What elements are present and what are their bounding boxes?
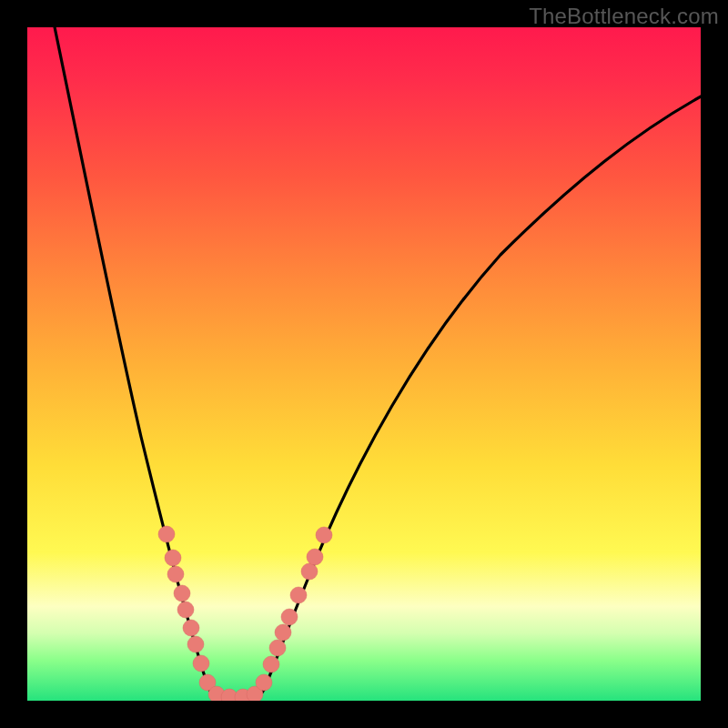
svg-point-15 bbox=[269, 640, 286, 656]
watermark-text: TheBottleneck.com bbox=[529, 4, 719, 29]
svg-point-13 bbox=[256, 674, 272, 691]
svg-point-20 bbox=[307, 549, 323, 565]
svg-point-16 bbox=[275, 624, 291, 641]
svg-point-6 bbox=[187, 636, 204, 652]
bottleneck-curve-layer bbox=[27, 27, 701, 701]
chart-container: TheBottleneck.com bbox=[0, 0, 728, 728]
svg-point-18 bbox=[290, 587, 307, 603]
svg-point-14 bbox=[263, 656, 279, 672]
bottleneck-curve bbox=[53, 27, 701, 699]
svg-point-4 bbox=[177, 602, 194, 618]
svg-point-21 bbox=[316, 527, 332, 543]
svg-point-7 bbox=[193, 655, 209, 672]
svg-point-5 bbox=[183, 620, 199, 636]
plot-area bbox=[27, 27, 701, 701]
svg-point-0 bbox=[158, 526, 175, 542]
svg-point-3 bbox=[174, 585, 190, 602]
svg-point-19 bbox=[301, 563, 318, 580]
svg-point-2 bbox=[167, 566, 184, 582]
svg-point-17 bbox=[281, 609, 298, 625]
data-points bbox=[158, 526, 332, 701]
svg-point-1 bbox=[165, 550, 181, 566]
